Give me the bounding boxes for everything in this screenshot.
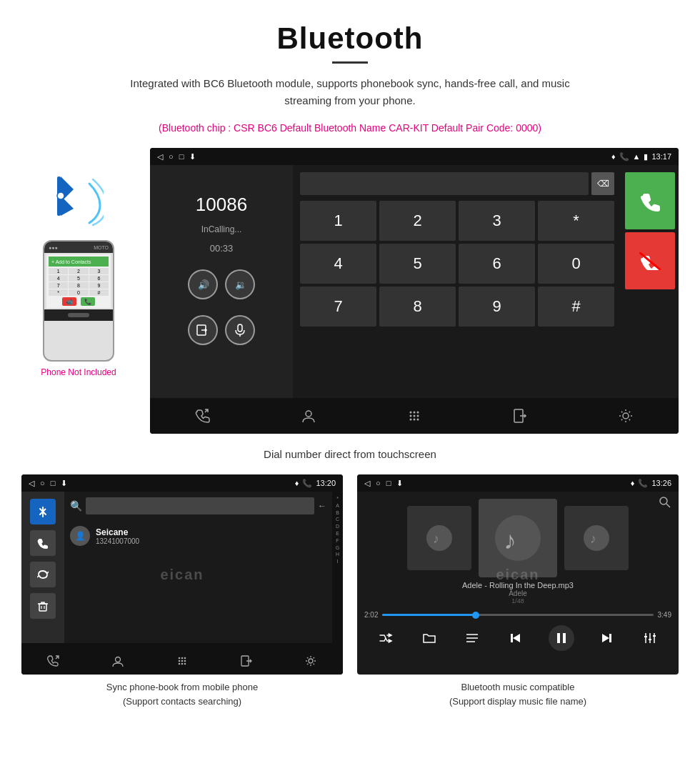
key-3[interactable]: 3: [459, 201, 535, 241]
dialpad-icon: [406, 408, 422, 424]
music-time-current: 2:02: [364, 611, 378, 619]
pb-time: 13:20: [316, 479, 336, 487]
alpha-star[interactable]: *: [336, 495, 339, 502]
volume-up-icon: 🔊: [196, 277, 210, 292]
alpha-d[interactable]: D: [336, 523, 339, 530]
statusbar-left: ◁ ○ □ ⬇: [157, 152, 196, 161]
shuffle-icon: [379, 631, 393, 645]
svg-point-9: [410, 412, 412, 414]
pb-statusbar-right: ♦ 📞 13:20: [295, 479, 336, 488]
answer-call-button[interactable]: [625, 172, 675, 229]
alpha-g[interactable]: G: [336, 544, 339, 552]
phonebook-sidebar: [21, 492, 64, 643]
transfer-icon: [196, 323, 210, 337]
pb-nav-dialpad[interactable]: [168, 647, 196, 675]
music-statusbar: ◁ ○ □ ⬇ ♦ 📞 13:26: [357, 474, 679, 492]
nav-contacts[interactable]: [294, 402, 323, 430]
key-2[interactable]: 2: [379, 201, 456, 241]
call-timer: 00:33: [210, 243, 234, 254]
key-4[interactable]: 4: [300, 244, 376, 284]
progress-dot: [472, 612, 479, 619]
statusbar: ◁ ○ □ ⬇ ♦ 📞 ▲ ▮ 13:17: [150, 148, 679, 165]
transfer-button[interactable]: [188, 315, 218, 345]
key-1[interactable]: 1: [300, 201, 376, 241]
nav-keypad-2[interactable]: [506, 402, 534, 430]
alpha-f[interactable]: F: [336, 537, 339, 544]
svg-point-35: [426, 525, 452, 551]
sync-sidebar-icon[interactable]: [30, 562, 56, 587]
pb-nav-contacts[interactable]: [104, 647, 132, 675]
folder-button[interactable]: [419, 627, 440, 649]
bluetooth-sidebar-icon[interactable]: [30, 499, 56, 524]
pb-statusbar-left: ◁ ○ □ ⬇: [29, 479, 67, 488]
shuffle-button[interactable]: [375, 627, 396, 649]
volume-down-button[interactable]: 🔉: [225, 269, 255, 299]
svg-point-17: [417, 419, 419, 421]
svg-point-16: [414, 419, 416, 421]
progress-bar-container[interactable]: [382, 614, 653, 616]
key-8[interactable]: 8: [379, 287, 456, 327]
end-call-button[interactable]: [625, 232, 675, 289]
specs-line: (Bluetooth chip : CSR BC6 Default Blueto…: [0, 122, 700, 134]
pb-transfer-icon: [240, 655, 253, 667]
svg-point-8: [306, 411, 311, 417]
nav-settings[interactable]: [611, 402, 640, 430]
pb-nav-settings[interactable]: [296, 647, 325, 675]
pb-nav-call[interactable]: [39, 647, 68, 675]
alpha-a[interactable]: A: [336, 502, 339, 509]
pb-back-icon: ◁: [29, 479, 34, 488]
next-button[interactable]: [596, 627, 617, 649]
svg-rect-48: [557, 633, 560, 643]
music-artist: Adele: [364, 590, 671, 597]
playlist-button[interactable]: [461, 627, 483, 649]
alpha-i[interactable]: I: [337, 558, 339, 565]
contact-item[interactable]: 👤 Seicane 13241007000: [70, 520, 326, 552]
music-statusbar-left: ◁ ○ □ ⬇: [364, 479, 403, 488]
svg-point-1: [57, 192, 64, 199]
alpha-b[interactable]: B: [336, 509, 339, 517]
backspace-button[interactable]: ⌫: [591, 172, 614, 195]
phonebook-search-input[interactable]: [86, 497, 314, 514]
phone-not-included-label: Phone Not Included: [41, 367, 116, 377]
play-pause-button[interactable]: [549, 625, 574, 651]
delete-sidebar-icon[interactable]: [30, 593, 56, 619]
key-star[interactable]: *: [538, 201, 614, 241]
prev-button[interactable]: [505, 627, 526, 649]
android-navbar: [150, 398, 679, 434]
nav-dialpad[interactable]: [400, 402, 429, 430]
alpha-e[interactable]: E: [336, 530, 339, 537]
prev-icon: [509, 631, 523, 645]
pause-icon: [554, 631, 569, 645]
key-hash[interactable]: #: [538, 287, 614, 327]
keypad-grid: 1 2 3 * 4 5 6 0 7 8 9 #: [300, 201, 614, 327]
phone-mockup: ●●● MOTO + Add to Contacts 1 2 3 4 5 6 7…: [21, 148, 136, 377]
volume-up-button[interactable]: 🔊: [188, 269, 218, 299]
music-search-btn[interactable]: [659, 496, 671, 512]
key-5[interactable]: 5: [379, 244, 456, 284]
mic-button[interactable]: [225, 315, 255, 345]
dial-input-field[interactable]: [300, 172, 589, 195]
call-sidebar-icon[interactable]: [30, 530, 56, 556]
music-note-small-icon: ♪: [425, 524, 454, 552]
key-6[interactable]: 6: [459, 244, 535, 284]
svg-marker-50: [602, 634, 609, 642]
phonebook-search-row: 🔍 ←: [70, 497, 326, 514]
key-9[interactable]: 9: [459, 287, 535, 327]
dial-content: 10086 InCalling... 00:33 🔊 🔉: [150, 165, 679, 398]
equalizer-button[interactable]: [639, 627, 661, 649]
key-7[interactable]: 7: [300, 287, 376, 327]
trash-icon: [37, 600, 49, 612]
music-download-icon: ⬇: [396, 479, 403, 488]
phonebook-screen-wrap: eican ◁ ○ □ ⬇ ♦ 📞 13:20: [21, 474, 343, 714]
key-0[interactable]: 0: [538, 244, 614, 284]
pb-nav-transfer[interactable]: [232, 647, 261, 675]
music-caption: Bluetooth music compatible(Support displ…: [357, 675, 679, 714]
dial-number: 10086: [196, 194, 247, 216]
alpha-h[interactable]: H: [336, 551, 339, 558]
nav-call-transfer[interactable]: [189, 402, 217, 430]
recent-icon: □: [179, 152, 184, 161]
back-icon: ◁: [157, 152, 163, 161]
alpha-c[interactable]: C: [336, 516, 339, 523]
svg-rect-57: [653, 635, 656, 637]
album-art-row: ♪ ♪ ♪: [364, 499, 671, 577]
